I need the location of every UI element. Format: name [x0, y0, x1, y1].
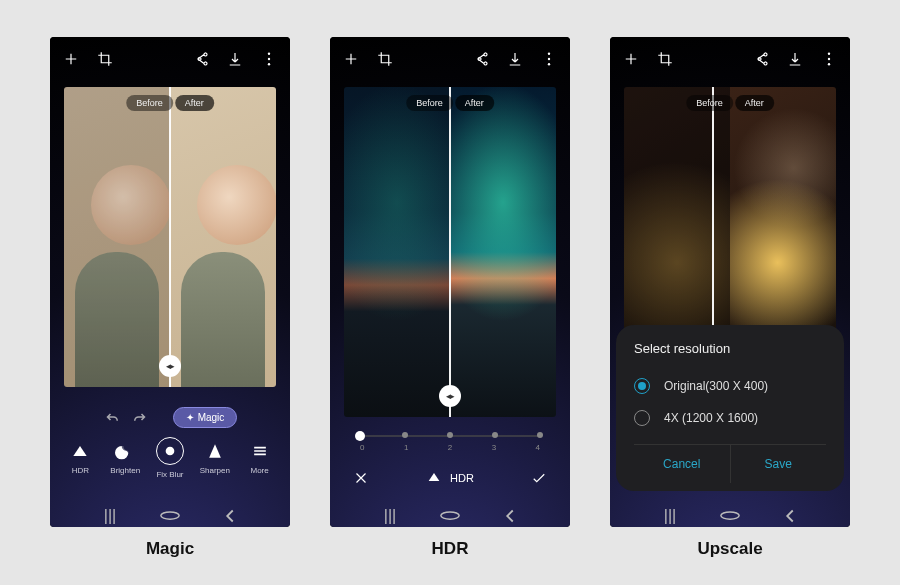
tool-sharpen[interactable]: Sharpen — [192, 441, 237, 475]
more-vert-icon[interactable] — [260, 50, 278, 68]
caption-upscale: Upscale — [697, 539, 762, 559]
tool-brighten[interactable]: Brighten — [103, 441, 148, 475]
after-label: After — [455, 95, 494, 111]
compare-handle-icon[interactable]: ◂▸ — [159, 355, 181, 377]
moon-icon — [115, 441, 135, 461]
svg-point-6 — [548, 57, 550, 59]
redo-icon[interactable] — [131, 408, 149, 426]
cancel-icon[interactable] — [352, 469, 370, 487]
slider-tick[interactable] — [537, 432, 543, 438]
save-button[interactable]: Save — [731, 445, 827, 483]
top-toolbar — [330, 37, 570, 81]
crop-icon[interactable] — [376, 50, 394, 68]
compare-divider[interactable] — [169, 87, 171, 387]
option-label: Original(300 X 400) — [664, 379, 768, 393]
resolution-option-original[interactable]: Original(300 X 400) — [634, 370, 826, 402]
before-after-pill: Before After — [126, 95, 214, 111]
image-compare[interactable]: Before After ◂▸ — [344, 87, 556, 417]
undo-icon[interactable] — [103, 408, 121, 426]
image-before — [344, 87, 450, 417]
download-icon[interactable] — [506, 50, 524, 68]
crop-icon[interactable] — [96, 50, 114, 68]
compare-divider[interactable] — [712, 87, 714, 357]
hdr-triangle-icon — [70, 441, 90, 461]
phone-upscale: Before After Select resolution Original(… — [610, 37, 850, 527]
confirm-icon[interactable] — [530, 469, 548, 487]
nav-back-icon[interactable] — [499, 511, 521, 521]
nav-home-icon[interactable] — [439, 511, 461, 521]
nav-recent-icon[interactable]: ||| — [659, 511, 681, 521]
download-icon[interactable] — [226, 50, 244, 68]
add-icon[interactable] — [342, 50, 360, 68]
tool-label: Sharpen — [200, 466, 230, 475]
svg-point-5 — [548, 52, 550, 54]
resolution-sheet: Select resolution Original(300 X 400) 4X… — [616, 325, 844, 491]
image-before — [624, 87, 730, 357]
before-label: Before — [126, 95, 173, 111]
more-vert-icon[interactable] — [820, 50, 838, 68]
more-vert-icon[interactable] — [540, 50, 558, 68]
image-after — [450, 87, 556, 417]
image-compare[interactable]: Before After ◂▸ — [64, 87, 276, 387]
image-before — [64, 87, 170, 387]
tool-fixblur[interactable]: Fix Blur — [148, 437, 193, 479]
image-after — [170, 87, 276, 387]
add-icon[interactable] — [622, 50, 640, 68]
image-after — [730, 87, 836, 357]
sparkle-icon: ✦ — [186, 412, 194, 423]
slider-labels: 0 1 2 3 4 — [360, 443, 540, 452]
add-icon[interactable] — [62, 50, 80, 68]
compare-handle-icon[interactable]: ◂▸ — [439, 385, 461, 407]
magic-label: Magic — [198, 412, 225, 423]
nav-recent-icon[interactable]: ||| — [99, 511, 121, 521]
caption-magic: Magic — [146, 539, 194, 559]
menu-lines-icon — [250, 441, 270, 461]
download-icon[interactable] — [786, 50, 804, 68]
magic-button[interactable]: ✦ Magic — [173, 407, 238, 428]
slider-tick[interactable] — [492, 432, 498, 438]
before-after-pill: Before After — [686, 95, 774, 111]
resolution-option-4x[interactable]: 4X (1200 X 1600) — [634, 402, 826, 434]
radio-selected-icon — [634, 378, 650, 394]
share-icon[interactable] — [472, 50, 490, 68]
nav-back-icon[interactable] — [779, 511, 801, 521]
nav-home-icon[interactable] — [159, 511, 181, 521]
svg-point-9 — [828, 52, 830, 54]
slider-tick[interactable] — [355, 431, 365, 441]
nav-back-icon[interactable] — [219, 511, 241, 521]
svg-point-0 — [268, 52, 270, 54]
nav-recent-icon[interactable]: ||| — [379, 511, 401, 521]
cancel-button[interactable]: Cancel — [634, 445, 731, 483]
image-compare[interactable]: Before After — [624, 87, 836, 357]
slider-tick[interactable] — [447, 432, 453, 438]
tool-hdr[interactable]: HDR — [58, 441, 103, 475]
share-icon[interactable] — [752, 50, 770, 68]
svg-point-3 — [166, 446, 175, 455]
compare-divider[interactable] — [449, 87, 451, 417]
hdr-mode-label: HDR — [426, 469, 474, 487]
hdr-slider[interactable]: 0 1 2 3 4 — [360, 435, 540, 452]
crop-icon[interactable] — [656, 50, 674, 68]
sheet-actions: Cancel Save — [634, 444, 826, 483]
nav-home-icon[interactable] — [719, 511, 741, 521]
share-icon[interactable] — [192, 50, 210, 68]
slider-tick[interactable] — [402, 432, 408, 438]
slider-value: 3 — [492, 443, 496, 452]
svg-point-4 — [161, 512, 179, 519]
tool-more[interactable]: More — [237, 441, 282, 475]
phone-hdr: Before After ◂▸ 0 1 2 3 — [330, 37, 570, 527]
before-label: Before — [406, 95, 453, 111]
slider-value: 0 — [360, 443, 364, 452]
system-nav: ||| — [610, 511, 850, 521]
tool-label: More — [250, 466, 268, 475]
svg-point-8 — [441, 512, 459, 519]
phone-magic: Before After ◂▸ ✦ Magic HDR — [50, 37, 290, 527]
svg-point-1 — [268, 57, 270, 59]
sharpen-triangle-icon — [205, 441, 225, 461]
system-nav: ||| — [330, 511, 570, 521]
svg-point-12 — [721, 512, 739, 519]
before-after-pill: Before After — [406, 95, 494, 111]
option-label: 4X (1200 X 1600) — [664, 411, 758, 425]
svg-point-2 — [268, 63, 270, 65]
hdr-label: HDR — [450, 472, 474, 484]
